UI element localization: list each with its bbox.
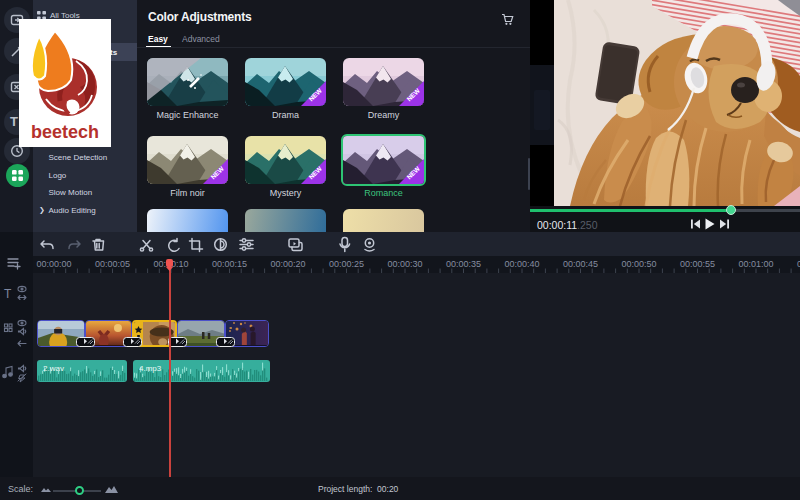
svg-text:00:00:50: 00:00:50 — [621, 259, 656, 269]
svg-text:00:01:00: 00:01:00 — [738, 259, 773, 269]
svg-text:00:00:45: 00:00:45 — [563, 259, 598, 269]
svg-text:00:00:05: 00:00:05 — [95, 259, 130, 269]
svg-text:00:00:15: 00:00:15 — [212, 259, 247, 269]
svg-text:00:00:30: 00:00:30 — [387, 259, 422, 269]
svg-text:00:00:00: 00:00:00 — [36, 259, 71, 269]
svg-text:00:00:55: 00:00:55 — [680, 259, 715, 269]
svg-text:T: T — [4, 287, 12, 301]
svg-text:00:00:25: 00:00:25 — [329, 259, 364, 269]
svg-text:00:00:20: 00:00:20 — [270, 259, 305, 269]
svg-text:00:00:40: 00:00:40 — [504, 259, 539, 269]
svg-text:00:00:35: 00:00:35 — [446, 259, 481, 269]
